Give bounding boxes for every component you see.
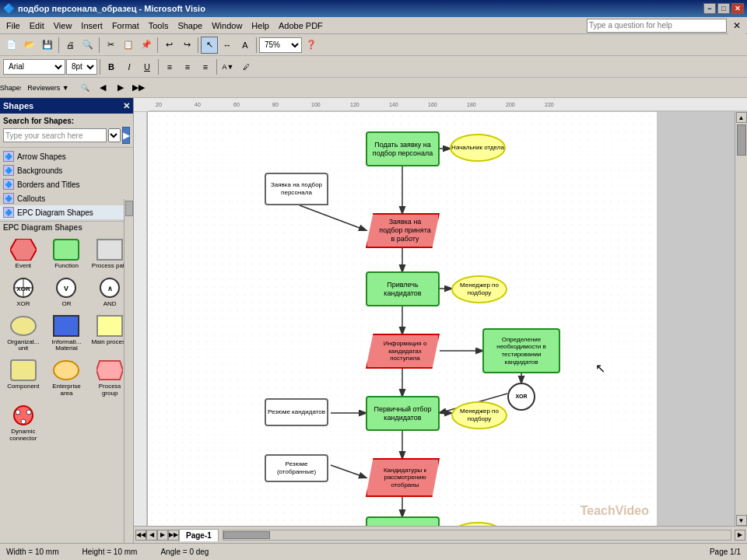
search-dropdown[interactable] (108, 128, 121, 142)
menu-edit[interactable]: Edit (25, 19, 49, 32)
node-determine-testing[interactable]: Определение необходимости в тестировании… (482, 328, 560, 373)
underline-button[interactable]: U (139, 58, 156, 75)
node-interviews[interactable]: Проведение собеседования (366, 516, 440, 526)
vertical-scrollbar[interactable]: ▲ ▼ (735, 112, 747, 526)
cat-backgrounds[interactable]: 🔷 Backgrounds (0, 163, 133, 177)
menu-window[interactable]: Window (207, 19, 247, 32)
shapes-btn[interactable]: Shapes (3, 79, 20, 96)
scroll-thumb-v[interactable] (737, 124, 746, 156)
node-candidates-selected[interactable]: Кандидатуры к рассмотрению отобраны (366, 458, 440, 497)
nav-next[interactable]: ▶ (112, 79, 129, 96)
shape-enterprise[interactable]: Enterprise area (47, 357, 87, 399)
node-manager-2[interactable]: Менеджер по подбору (451, 401, 507, 429)
menu-help[interactable]: Help (247, 19, 274, 32)
text-button[interactable]: A (237, 37, 254, 54)
pointer-button[interactable]: ↖ (201, 37, 218, 54)
node-head-dept-1[interactable]: Начальник отдела (450, 134, 506, 162)
new-button[interactable]: 📄 (3, 37, 20, 54)
italic-button[interactable]: I (121, 58, 138, 75)
scrollbar-thumb[interactable] (125, 201, 133, 216)
copy-button[interactable]: 📋 (120, 37, 137, 54)
node-selected-resumes-doc[interactable]: Резюме (отобранные) (265, 454, 328, 482)
page-tab-1[interactable]: Page-1 (179, 529, 219, 541)
shape-event[interactable]: Event (3, 236, 44, 271)
help-search-input[interactable] (587, 19, 727, 33)
shape-org-unit[interactable]: Organizat... unit (3, 313, 44, 355)
diagram-canvas[interactable]: Подать заявку на подбор персонала Началь… (148, 112, 735, 526)
menu-insert[interactable]: Insert (76, 19, 107, 32)
svg-text:∧: ∧ (107, 285, 113, 292)
shape-icon (9, 359, 37, 382)
node-attract-candidates[interactable]: Привлечь кандидатов (366, 271, 440, 306)
font-select[interactable]: Arial (3, 59, 65, 75)
cat-epc[interactable]: 🔷 EPC Diagram Shapes (0, 205, 133, 219)
menu-file[interactable]: File (2, 19, 25, 32)
zoom-help-icon[interactable]: ❓ (303, 37, 320, 54)
print-button[interactable]: 🖨 (61, 37, 79, 54)
help-close-icon[interactable]: ✕ (728, 17, 745, 34)
save-button[interactable]: 💾 (39, 37, 56, 54)
bold-button[interactable]: B (103, 58, 120, 75)
shape-dynamic-connector[interactable]: Dynamic connector (3, 402, 44, 444)
shape-or[interactable]: V OR (47, 275, 87, 310)
cat-borders[interactable]: 🔷 Borders and Titles (0, 177, 133, 191)
search-button[interactable]: ▶ (122, 127, 130, 144)
zoom-select[interactable]: 75%50%100% (259, 37, 302, 53)
paste-button[interactable]: 📌 (138, 37, 155, 54)
panel-scrollbar[interactable] (124, 199, 133, 543)
page-nav-last[interactable]: ▶▶ (168, 530, 179, 541)
scroll-down-btn[interactable]: ▼ (736, 515, 747, 526)
shapes-close-icon[interactable]: ✕ (123, 101, 130, 111)
scroll-up-btn[interactable]: ▲ (736, 112, 747, 123)
close-button[interactable]: ✕ (731, 3, 744, 14)
maximize-button[interactable]: □ (717, 3, 730, 14)
align-center-button[interactable]: ≡ (179, 58, 196, 75)
align-left-button[interactable]: ≡ (161, 58, 178, 75)
status-height: Height = 10 mm (82, 548, 138, 556)
shape-and-label: AND (103, 301, 117, 308)
nav-prev[interactable]: ◀ (94, 79, 111, 96)
node-submit-application[interactable]: Подать заявку на подбор персонала (366, 131, 440, 166)
minimize-button[interactable]: − (703, 3, 716, 14)
print-preview-button[interactable]: 🔍 (79, 37, 96, 54)
fill-color-button[interactable]: A▼ (219, 58, 237, 75)
cat-arrow-shapes[interactable]: 🔷 Arrow Shapes (0, 149, 133, 163)
view-options[interactable]: 🔍 (76, 79, 93, 96)
shapes-search-input[interactable] (3, 128, 107, 142)
line-color-button[interactable]: 🖊 (237, 58, 254, 75)
align-right-button[interactable]: ≡ (197, 58, 214, 75)
reviewers-dropdown[interactable]: Reviewers ▼ (21, 79, 75, 96)
node-application-doc[interactable]: Заявка на подбор персонала (265, 173, 328, 205)
cut-button[interactable]: ✂ (102, 37, 119, 54)
node-manager-1[interactable]: Менеджер по подбору (451, 275, 507, 303)
shape-function[interactable]: Function (47, 236, 87, 271)
cat-icon: 🔷 (3, 151, 14, 162)
undo-button[interactable]: ↩ (160, 37, 177, 54)
menu-shape[interactable]: Shape (173, 19, 207, 32)
menu-format[interactable]: Format (107, 19, 144, 32)
node-xor[interactable]: XOR (507, 383, 535, 411)
page-nav-prev[interactable]: ◀ (146, 530, 157, 541)
nav-more[interactable]: ▶▶ (130, 79, 147, 96)
connector-button[interactable]: ↔ (219, 37, 236, 54)
horizontal-scrollbar[interactable] (223, 530, 731, 541)
shape-xor[interactable]: XOR XOR (3, 275, 44, 310)
menu-tools[interactable]: Tools (144, 19, 174, 32)
redo-button[interactable]: ↪ (178, 37, 195, 54)
cat-callouts[interactable]: 🔷 Callouts (0, 191, 133, 205)
node-primary-selection[interactable]: Первичный отбор кандидатов (366, 396, 440, 431)
hscroll-right-btn[interactable]: ▶ (735, 530, 745, 541)
shape-info-material[interactable]: Informati... Material (47, 313, 87, 355)
node-resumes-doc[interactable]: Резюме кандидатов (265, 398, 328, 426)
menu-adobe[interactable]: Adobe PDF (274, 19, 328, 32)
size-select[interactable]: 8pt10pt12pt (66, 59, 97, 75)
menu-view[interactable]: View (49, 19, 77, 32)
open-button[interactable]: 📂 (21, 37, 38, 54)
shape-component[interactable]: Component (3, 357, 44, 399)
shape-icon: V (52, 276, 80, 299)
node-info-received[interactable]: Информация о кандидатах поступила (366, 334, 440, 369)
node-application-accepted[interactable]: Заявка на подбор принята в работу (366, 213, 440, 248)
page-nav-first[interactable]: ◀◀ (135, 530, 146, 541)
page-nav-next[interactable]: ▶ (157, 530, 168, 541)
hscroll-thumb[interactable] (223, 531, 270, 539)
